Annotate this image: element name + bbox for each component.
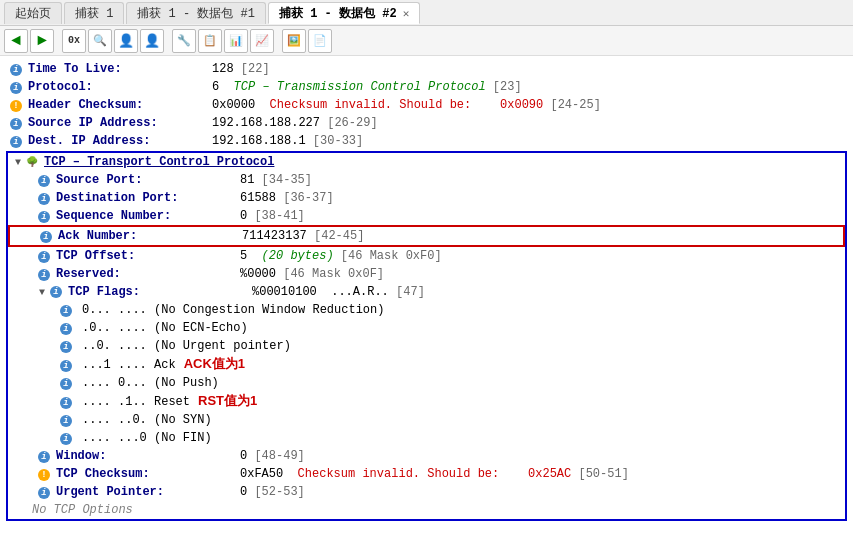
forward-button[interactable]: ► xyxy=(30,29,54,53)
tab-cap1-pkt2[interactable]: 捕获 1 - 数据包 #2 ✕ xyxy=(268,2,420,24)
info-icon: i xyxy=(36,450,52,464)
info-icon: i xyxy=(58,322,74,336)
tab-cap1-pkt1[interactable]: 捕获 1 - 数据包 #1 xyxy=(126,2,266,24)
source-ip-row[interactable]: i Source IP Address: 192.168.188.227 [26… xyxy=(0,114,853,132)
tree-icon: 🌳 xyxy=(24,155,40,169)
content-area: i Time To Live: 128 [22] i Protocol: 6 T… xyxy=(0,56,853,555)
flag-no-ecn[interactable]: i .0.. .... (No ECN-Echo) xyxy=(8,319,845,337)
info-icon: i xyxy=(36,268,52,282)
flags-label: TCP Flags: xyxy=(68,285,248,299)
dest-port-row[interactable]: i Destination Port: 61588 [36-37] xyxy=(8,189,845,207)
info-icon: i xyxy=(58,432,74,446)
flag-reset[interactable]: i .... .1.. ResetRST值为1 xyxy=(8,392,845,411)
info-icon: i xyxy=(58,377,74,391)
collapse-icon[interactable]: ▼ xyxy=(12,156,24,168)
tcp-section: ▼ 🌳 TCP – Transport Control Protocol i S… xyxy=(6,151,847,521)
tcp-checksum-row[interactable]: ! TCP Checksum: 0xFA50 Checksum invalid.… xyxy=(8,465,845,483)
dest-ip-row[interactable]: i Dest. IP Address: 192.168.188.1 [30-33… xyxy=(0,132,853,150)
person-button[interactable]: 👤 xyxy=(114,29,138,53)
header-checksum-row[interactable]: ! Header Checksum: 0x0000 Checksum inval… xyxy=(0,96,853,114)
info-icon: i xyxy=(58,340,74,354)
info-icon: i xyxy=(48,285,64,299)
info-icon: i xyxy=(36,192,52,206)
info-icon: i xyxy=(36,486,52,500)
tool4-button[interactable]: 📈 xyxy=(250,29,274,53)
back-button[interactable]: ◄ xyxy=(4,29,28,53)
ttl-row[interactable]: i Time To Live: 128 [22] xyxy=(0,60,853,78)
tool2-button[interactable]: 📋 xyxy=(198,29,222,53)
image1-button[interactable]: 🖼️ xyxy=(282,29,306,53)
warning-icon: ! xyxy=(8,99,24,113)
seq-number-row[interactable]: i Sequence Number: 0 [38-41] xyxy=(8,207,845,225)
info-icon: i xyxy=(36,210,52,224)
flag-no-urgent[interactable]: i ..0. .... (No Urgent pointer) xyxy=(8,337,845,355)
info-icon: i xyxy=(38,230,54,244)
info-icon: i xyxy=(58,359,74,373)
info-icon: i xyxy=(8,81,24,95)
hex-button[interactable]: 0x xyxy=(62,29,86,53)
info-icon: i xyxy=(58,396,74,410)
info-icon: i xyxy=(8,135,24,149)
urgent-pointer-row[interactable]: i Urgent Pointer: 0 [52-53] xyxy=(8,483,845,501)
reserved-row[interactable]: i Reserved: %0000 [46 Mask 0x0F] xyxy=(8,265,845,283)
flag-no-syn[interactable]: i .... ..0. (No SYN) xyxy=(8,411,845,429)
close-tab-icon[interactable]: ✕ xyxy=(403,7,410,20)
info-icon: i xyxy=(36,250,52,264)
source-port-row[interactable]: i Source Port: 81 [34-35] xyxy=(8,171,845,189)
toolbar: ◄ ► 0x 🔍 👤 👤 🔧 📋 📊 📈 🖼️ 📄 xyxy=(0,26,853,56)
tab-home[interactable]: 起始页 xyxy=(4,2,62,24)
window-row[interactable]: i Window: 0 [48-49] xyxy=(8,447,845,465)
tab-cap1[interactable]: 捕获 1 xyxy=(64,2,124,24)
tool3-button[interactable]: 📊 xyxy=(224,29,248,53)
image2-button[interactable]: 📄 xyxy=(308,29,332,53)
tcp-header[interactable]: ▼ 🌳 TCP – Transport Control Protocol xyxy=(8,153,845,171)
info-icon: i xyxy=(36,174,52,188)
tcp-title: TCP – Transport Control Protocol xyxy=(44,155,274,169)
ack-number-row[interactable]: i Ack Number: 711423137 [42-45] xyxy=(8,225,845,247)
flags-collapse-icon[interactable]: ▼ xyxy=(36,286,48,298)
tcp-offset-row[interactable]: i TCP Offset: 5 (20 bytes) [46 Mask 0xF0… xyxy=(8,247,845,265)
info-icon: i xyxy=(8,63,24,77)
info-icon: i xyxy=(8,117,24,131)
protocol-row[interactable]: i Protocol: 6 TCP – Transmission Control… xyxy=(0,78,853,96)
info-icon: i xyxy=(58,304,74,318)
flag-no-push[interactable]: i .... 0... (No Push) xyxy=(8,374,845,392)
find-button[interactable]: 🔍 xyxy=(88,29,112,53)
flag-no-fin[interactable]: i .... ...0 (No FIN) xyxy=(8,429,845,447)
flags-value: %00010100 ...A.R.. [47] xyxy=(252,285,425,299)
no-tcp-options: No TCP Options xyxy=(8,501,845,519)
person2-button[interactable]: 👤 xyxy=(140,29,164,53)
flag-no-cwr[interactable]: i 0... .... (No Congestion Window Reduct… xyxy=(8,301,845,319)
tool1-button[interactable]: 🔧 xyxy=(172,29,196,53)
flag-ack[interactable]: i ...1 .... AckACK值为1 xyxy=(8,355,845,374)
tcp-flags-header[interactable]: ▼ i TCP Flags: %00010100 ...A.R.. [47] xyxy=(8,283,845,301)
warning-icon: ! xyxy=(36,468,52,482)
tab-bar: 起始页 捕获 1 捕获 1 - 数据包 #1 捕获 1 - 数据包 #2 ✕ xyxy=(0,0,853,26)
info-icon: i xyxy=(58,414,74,428)
